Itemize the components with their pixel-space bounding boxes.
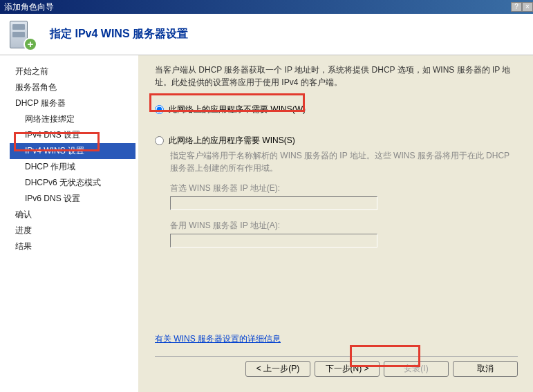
plus-icon: +: [24, 37, 37, 51]
sidebar-item-ipv4-wins[interactable]: IPv4 WINS 设置: [10, 143, 135, 159]
radio-wins-required[interactable]: 此网络上的应用程序需要 WINS(S): [155, 135, 518, 147]
sidebar-item-progress[interactable]: 进度: [10, 223, 135, 239]
cancel-button[interactable]: 取消: [453, 361, 518, 377]
sidebar-item-before-begin[interactable]: 开始之前: [10, 64, 135, 80]
window-title: 添加角色向导: [4, 1, 54, 13]
sidebar-item-results[interactable]: 结果: [10, 239, 135, 254]
radio-wins-not-required-input[interactable]: [155, 105, 164, 114]
primary-wins-block: 首选 WINS 服务器 IP 地址(E):: [155, 183, 518, 210]
button-bar: < 上一步(P) 下一步(N) > 安装(I) 取消: [245, 361, 518, 377]
alt-wins-label: 备用 WINS 服务器 IP 地址(A):: [170, 220, 518, 232]
install-button: 安装(I): [384, 361, 449, 377]
sidebar-item-dhcp-scope[interactable]: DHCP 作用域: [10, 159, 135, 175]
wizard-icon: +: [8, 19, 36, 50]
radio-wins-required-label: 此网络上的应用程序需要 WINS(S): [169, 135, 295, 147]
sidebar-item-ipv6-dns[interactable]: IPv6 DNS 设置: [10, 191, 135, 207]
primary-wins-label: 首选 WINS 服务器 IP 地址(E):: [170, 183, 518, 194]
sidebar-item-ipv4-dns[interactable]: IPv4 DNS 设置: [10, 127, 135, 143]
close-button[interactable]: ×: [522, 2, 533, 12]
sidebar-item-dhcpv6-stateless[interactable]: DHCPv6 无状态模式: [10, 175, 135, 191]
titlebar: 添加角色向导 ? ×: [0, 0, 533, 14]
page-title: 指定 IPv4 WINS 服务器设置: [50, 27, 188, 41]
radio-wins-required-input[interactable]: [155, 136, 164, 145]
radio-wins-not-required-label: 此网络上的应用程序不需要 WINS(W): [169, 104, 306, 115]
radio-wins-not-required[interactable]: 此网络上的应用程序不需要 WINS(W): [155, 104, 518, 115]
sidebar-item-confirm[interactable]: 确认: [10, 207, 135, 223]
primary-wins-input: [170, 196, 377, 210]
help-button[interactable]: ?: [511, 2, 522, 12]
next-button[interactable]: 下一步(N) >: [315, 361, 380, 377]
sidebar-item-server-roles[interactable]: 服务器角色: [10, 80, 135, 95]
wins-required-desc: 指定客户端将用于名称解析的 WINS 服务器的 IP 地址。这些 WINS 服务…: [155, 149, 518, 174]
description-text: 当客户端从 DHCP 服务器获取一个 IP 地址时，系统将提供 DHCP 选项，…: [155, 64, 518, 88]
alt-wins-block: 备用 WINS 服务器 IP 地址(A):: [155, 220, 518, 248]
header: + 指定 IPv4 WINS 服务器设置: [0, 14, 533, 55]
alt-wins-input: [170, 234, 377, 248]
prev-button[interactable]: < 上一步(P): [245, 361, 310, 377]
wins-details-link[interactable]: 有关 WINS 服务器设置的详细信息: [155, 334, 281, 344]
sidebar-item-dhcp-server[interactable]: DHCP 服务器: [10, 95, 135, 111]
sidebar: 开始之前 服务器角色 DHCP 服务器 网络连接绑定 IPv4 DNS 设置 I…: [0, 55, 138, 392]
separator: [155, 356, 518, 357]
sidebar-item-network-binding[interactable]: 网络连接绑定: [10, 111, 135, 127]
